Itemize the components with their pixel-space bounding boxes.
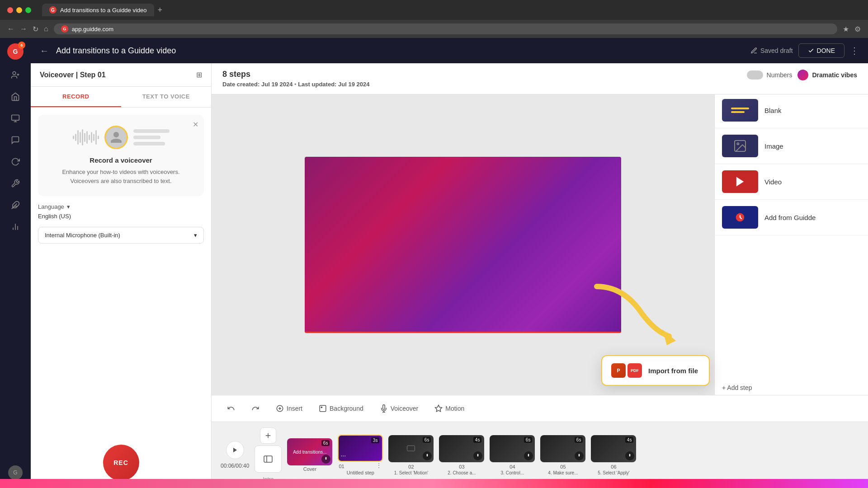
saved-draft-status: Saved draft: [750, 47, 793, 54]
numbers-toggle[interactable]: Numbers: [747, 70, 793, 80]
waveform-area: [47, 126, 195, 149]
undo-button[interactable]: [221, 401, 241, 416]
motion-button[interactable]: Motion: [428, 401, 471, 416]
video-canvas: [212, 94, 714, 395]
panel-layout-icon[interactable]: ⊞: [196, 70, 202, 79]
sidebar-video[interactable]: [5, 108, 25, 128]
close-button[interactable]: [7, 7, 13, 13]
reload-button[interactable]: ↻: [33, 25, 38, 33]
browser-tab[interactable]: G Add transitions to a Guidde video: [42, 4, 154, 16]
dramatic-vibes[interactable]: Dramatic vibes: [797, 70, 857, 80]
sidebar-add-user[interactable]: [5, 65, 25, 85]
sidebar-home[interactable]: [5, 87, 25, 107]
close-card-button[interactable]: ✕: [193, 120, 198, 129]
canvas-preview: [305, 157, 621, 333]
back-nav-button[interactable]: ←: [7, 25, 14, 33]
add-clip-button[interactable]: [260, 427, 276, 444]
star-icon[interactable]: ★: [843, 25, 849, 33]
right-panel-items: Blank Image: [715, 94, 868, 380]
svg-marker-11: [662, 329, 676, 345]
sidebar-refresh[interactable]: [5, 152, 25, 172]
timeline-clip-01[interactable]: 3s ··· 01 ⋮ Untitled step: [338, 435, 383, 475]
clip-label-cover: Cover: [303, 466, 316, 472]
background-button[interactable]: Background: [312, 401, 370, 416]
intro-clip[interactable]: [255, 446, 282, 473]
browser-chrome: G Add transitions to a Guidde video + ← …: [0, 0, 868, 38]
clip-thumb-04[interactable]: 6s: [490, 435, 535, 462]
panel-title: Voiceover | Step 01: [40, 71, 106, 79]
svg-point-0: [13, 72, 16, 75]
back-button[interactable]: ←: [40, 46, 49, 56]
tab-record[interactable]: RECORD: [31, 87, 121, 107]
home-button[interactable]: ⌂: [44, 25, 48, 33]
notification-badge: 6: [18, 42, 25, 49]
clip-thumb-cover[interactable]: Add transitions... 6s: [287, 438, 332, 465]
sidebar-chart[interactable]: [5, 217, 25, 237]
clip-thumb-02[interactable]: 6s: [388, 435, 434, 462]
clip-mic-06: [625, 451, 634, 460]
sidebar-tools[interactable]: [5, 174, 25, 193]
sidebar-puzzle[interactable]: [5, 195, 25, 215]
timeline-clip-05[interactable]: 6s 05 4. Make sure...: [540, 435, 585, 475]
user-avatar[interactable]: G 6: [7, 43, 24, 60]
forward-nav-button[interactable]: →: [20, 25, 27, 33]
template-guidde[interactable]: Add from Guidde: [715, 202, 868, 233]
time-display: 00:06/00:40: [221, 463, 249, 469]
toggle-switch[interactable]: [747, 70, 763, 80]
voiceover-content: ✕: [31, 108, 211, 437]
svg-rect-29: [407, 446, 415, 451]
sidebar-icons: G 6 G: [0, 38, 31, 488]
tab-tts[interactable]: TEXT TO VOICE: [121, 87, 212, 107]
play-button[interactable]: [226, 441, 244, 459]
clip-menu-01[interactable]: ⋮: [376, 462, 382, 469]
timeline-clip-02[interactable]: 6s 02 1. Select 'Motion': [388, 435, 434, 475]
bottom-toolbar: Insert Background Voiceover Motion: [212, 395, 868, 422]
video-thumbnail: [722, 170, 758, 193]
top-bar: ← Add transitions to a Guidde video Save…: [31, 38, 868, 63]
timeline-clip-cover[interactable]: Add transitions... 6s Cover: [287, 438, 332, 472]
timeline-clip-04[interactable]: 6s 04 3. Control...: [490, 435, 535, 475]
new-tab-button[interactable]: +: [158, 5, 163, 15]
left-panel-header: Voiceover | Step 01 ⊞: [31, 63, 211, 87]
template-video[interactable]: Video: [715, 166, 868, 197]
import-popup[interactable]: P PDF Import from file: [601, 355, 710, 386]
done-button[interactable]: DONE: [798, 43, 844, 58]
template-blank[interactable]: Blank: [715, 94, 868, 126]
steps-count: 8 steps: [222, 70, 369, 79]
add-step-button[interactable]: + Add step: [715, 380, 868, 395]
language-selector[interactable]: Language ▾: [38, 203, 204, 210]
more-options-button[interactable]: ⋮: [850, 45, 859, 56]
clip-thumb-06[interactable]: 4s: [591, 435, 636, 462]
clip-thumb-01[interactable]: 3s ···: [338, 435, 383, 462]
voiceover-button[interactable]: Voiceover: [373, 401, 425, 416]
timeline-clip-06[interactable]: 4s 06 5. Select 'Apply': [591, 435, 636, 475]
insert-button[interactable]: Insert: [269, 401, 309, 416]
minimize-button[interactable]: [16, 7, 22, 13]
clip-thumb-05[interactable]: 6s: [540, 435, 585, 462]
clip-number-02: 02: [408, 464, 414, 469]
maximize-button[interactable]: [25, 7, 31, 13]
voiceover-card: ✕: [38, 115, 204, 196]
tab-favicon: G: [49, 6, 57, 14]
clip-dots-01: ···: [340, 452, 346, 459]
tabs-row: RECORD TEXT TO VOICE: [31, 87, 211, 108]
clip-label-01: Untitled step: [347, 470, 374, 475]
sidebar-messages[interactable]: [5, 130, 25, 150]
svg-rect-27: [264, 456, 272, 462]
address-bar[interactable]: G app.guidde.com: [54, 23, 837, 34]
topbar-actions: Saved draft DONE ⋮: [750, 43, 859, 58]
traffic-lights: [7, 7, 31, 13]
clip-thumb-03[interactable]: 4s: [439, 435, 484, 462]
guidde-label: Add from Guidde: [764, 214, 816, 221]
steps-info: 8 steps Date created: Jul 19 2024 • Last…: [222, 70, 369, 88]
svg-marker-24: [233, 448, 237, 453]
card-title: Record a voiceover: [47, 156, 195, 164]
redo-button[interactable]: [245, 401, 266, 416]
settings-icon[interactable]: ⚙: [854, 25, 861, 33]
clip-duration-04: 6s: [524, 437, 533, 443]
microphone-select[interactable]: Internal Microphone (Built-in) ▾: [38, 227, 204, 244]
timeline-clip-03[interactable]: 4s 03 2. Choose a...: [439, 435, 484, 475]
record-button[interactable]: REC: [103, 445, 139, 481]
template-image[interactable]: Image: [715, 130, 868, 162]
clip-duration-01: 3s: [371, 437, 380, 443]
